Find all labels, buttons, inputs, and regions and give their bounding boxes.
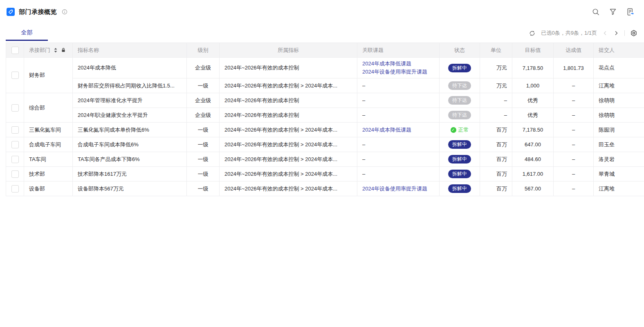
metric-name-cell: 2024年职业健康安全水平提升 (73, 108, 187, 123)
achieved-value-cell: – (554, 137, 594, 152)
table-row: 财务部应交所得税占同期收入比降低1.5...一级2024年~2026年有效的成本… (6, 78, 644, 93)
app-window: 部门承接概览 (0, 0, 644, 327)
achieved-value-cell: – (554, 93, 594, 108)
department-cell: 技术部 (24, 167, 73, 181)
target-value-cell: 567.00 (512, 181, 554, 196)
related-topics-cell: – (357, 108, 440, 123)
target-value-cell: 优秀 (512, 108, 554, 123)
related-topics-cell: – (357, 167, 440, 181)
row-checkbox[interactable] (11, 170, 19, 178)
parent-metric-cell: 2024年~2026年有效的成本控制 (220, 93, 357, 108)
prev-page-icon[interactable] (602, 30, 608, 36)
filter-icon[interactable] (609, 8, 617, 16)
col-department: 承接部门 (24, 43, 73, 58)
unit-cell: 百万 (480, 167, 512, 181)
submitter-cell: 徐萌萌 (594, 108, 644, 123)
row-checkbox[interactable] (11, 126, 19, 134)
achieved-value-cell: – (554, 108, 594, 123)
parent-metric-cell: 2024年~2026年有效的成本控制 > 2024年成本... (220, 78, 357, 93)
col-related-topics: 关联课题 (357, 43, 440, 58)
search-icon[interactable] (592, 8, 600, 16)
achieved-value-cell: – (554, 152, 594, 167)
col-department-label: 承接部门 (29, 47, 50, 54)
row-checkbox[interactable] (11, 156, 19, 163)
level-cell: 一级 (187, 78, 220, 93)
metric-name-cell: 财务部应交所得税占同期收入比降低1.5... (73, 78, 187, 93)
topic-link[interactable]: 2024年设备使用率提升课题 (362, 185, 434, 193)
unit-cell: 百万 (480, 123, 512, 137)
achieved-value-cell: – (554, 78, 594, 93)
col-unit: 单位 (480, 43, 512, 58)
select-all-checkbox[interactable] (11, 47, 19, 54)
level-cell: 一级 (187, 181, 220, 196)
table-row: 合成电子车间合成电子车间成本降低6%一级2024年~2026年有效的成本控制 >… (6, 137, 644, 152)
topic-link[interactable]: 2024年成本降低课题 (362, 60, 434, 68)
row-select-cell (6, 137, 24, 152)
level-cell: 企业级 (187, 58, 220, 78)
col-submitter: 提交人 (594, 43, 644, 58)
row-select-cell (6, 152, 24, 167)
department-cell: 设备部 (24, 181, 73, 196)
unit-cell: 万元 (480, 78, 512, 93)
related-topics-cell: 2024年设备使用率提升课题 (357, 181, 440, 196)
submitter-cell: 田玉垒 (594, 137, 644, 152)
submitter-cell: 徐萌萌 (594, 93, 644, 108)
refresh-icon[interactable] (529, 30, 536, 37)
tab-all[interactable]: 全部 (6, 25, 48, 41)
row-checkbox[interactable] (11, 72, 19, 79)
unit-cell: – (480, 108, 512, 123)
unit-cell: 百万 (480, 152, 512, 167)
submitter-cell: 花点点 (594, 58, 644, 78)
status-badge: 拆解中 (448, 140, 471, 149)
col-unit-label: 单位 (491, 47, 501, 53)
metric-name-cell: 2024年成本降低 (73, 58, 187, 78)
info-icon[interactable] (62, 9, 67, 15)
parent-metric-cell: 2024年~2026年有效的成本控制 > 2024年成本... (220, 181, 357, 196)
col-metric-name-label: 指标名称 (78, 47, 99, 53)
next-page-icon[interactable] (613, 30, 619, 36)
row-checkbox[interactable] (11, 185, 19, 193)
col-level: 级别 (187, 43, 220, 58)
topic-link[interactable]: 2024年设备使用率提升课题 (362, 68, 434, 76)
header-actions (592, 8, 634, 16)
row-checkbox[interactable] (11, 141, 19, 148)
table-container: 承接部门 (6, 43, 644, 196)
table-row: 财务部2024年成本降低企业级2024年~2026年有效的成本控制2024年成本… (6, 58, 644, 78)
check-icon: ✓ (451, 127, 456, 133)
row-checkbox[interactable] (11, 104, 19, 112)
status-badge: 拆解中 (448, 170, 471, 178)
settings-gear-icon[interactable] (630, 29, 637, 37)
status-badge: 拆解中 (448, 155, 471, 164)
status-normal: ✓正常 (451, 126, 469, 134)
col-submitter-label: 提交人 (599, 47, 615, 53)
target-value-cell: 1,000 (512, 78, 554, 93)
export-icon[interactable] (626, 8, 634, 16)
row-select-cell (6, 123, 24, 137)
topic-link[interactable]: 2024年成本降低课题 (362, 126, 434, 134)
table-body: 财务部2024年成本降低企业级2024年~2026年有效的成本控制2024年成本… (6, 58, 644, 196)
unit-cell: 百万 (480, 181, 512, 196)
tag-icon (7, 8, 15, 16)
related-topics-cell: – (357, 137, 440, 152)
department-cell: TA车间 (24, 152, 73, 167)
col-status-label: 状态 (454, 47, 465, 53)
metric-name-cell: 设备部降本567万元 (73, 181, 187, 196)
submitter-cell: 江离堆 (594, 78, 644, 93)
target-value-cell: 1,617.00 (512, 167, 554, 181)
status-cell: 拆解中 (440, 181, 480, 196)
status-cell: 待下达 (440, 108, 480, 123)
status-badge: 拆解中 (448, 64, 471, 72)
department-cell: 合成电子车间 (24, 137, 73, 152)
target-value-cell: 7,178.50 (512, 58, 554, 78)
col-target: 目标值 (512, 43, 554, 58)
sort-icon[interactable] (53, 47, 58, 53)
target-value-cell: 优秀 (512, 93, 554, 108)
level-cell: 企业级 (187, 108, 220, 123)
unit-cell: 百万 (480, 137, 512, 152)
achieved-value-cell: 1,801.73 (554, 58, 594, 78)
submitter-cell: 洛灵岩 (594, 152, 644, 167)
related-topics-cell: 2024年成本降低课题 (357, 123, 440, 137)
tab-all-label: 全部 (21, 29, 33, 36)
submitter-cell: 陈圆润 (594, 123, 644, 137)
department-cell: 财务部 (24, 58, 73, 93)
